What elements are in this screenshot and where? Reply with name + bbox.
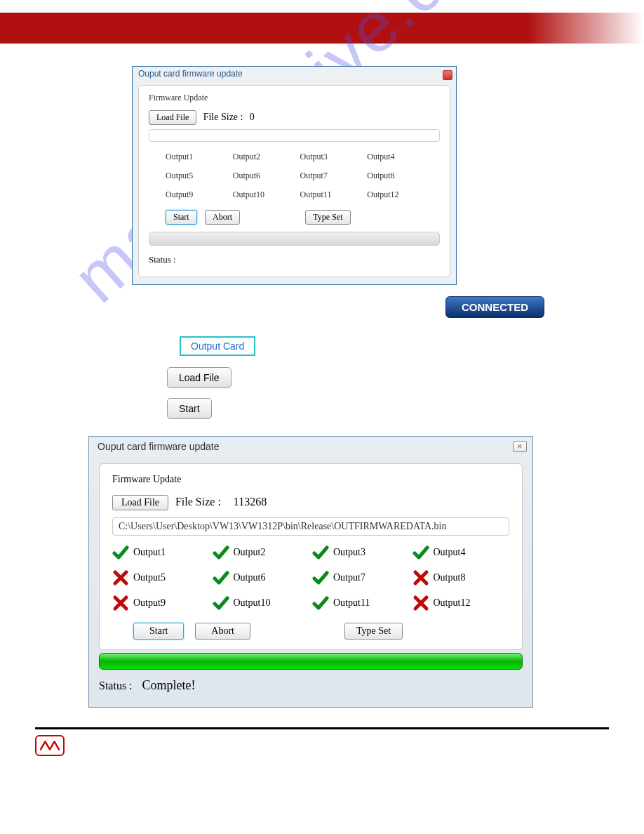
output-label: Output12 [367, 190, 434, 200]
output-label: Output4 [367, 152, 434, 162]
output-label: Output7 [333, 572, 365, 583]
load-file-button[interactable]: Load File [149, 110, 196, 125]
output-label: Output2 [233, 152, 300, 162]
output-cell: Output6 [213, 569, 310, 586]
dialog-output-firmware-2: Ouput card firmware update ✕ Firmware Up… [88, 436, 533, 708]
x-icon [112, 595, 129, 611]
x-icon [112, 569, 129, 586]
output-label: Output6 [233, 171, 300, 181]
check-icon [412, 544, 429, 561]
dialog-title: Ouput card firmware update [89, 437, 532, 456]
connected-badge: CONNECTED [445, 296, 544, 318]
output-label: Output2 [234, 547, 266, 558]
output-cell: Output1 [112, 544, 210, 561]
output-label: Output3 [300, 152, 368, 162]
brand-logo-icon [35, 735, 65, 756]
output-cell: Output9 [112, 595, 210, 611]
close-icon[interactable]: ✕ [513, 441, 527, 452]
status-value: Complete! [142, 678, 196, 692]
output-label: Output1 [133, 547, 166, 558]
output-cell: Output11 [312, 595, 410, 611]
output-label: Output4 [434, 547, 466, 558]
output-cell: Output7 [312, 569, 410, 586]
output-label: Output8 [434, 572, 466, 583]
close-icon[interactable] [443, 70, 452, 80]
progress-bar-full [99, 653, 523, 670]
output-label: Output1 [166, 152, 233, 162]
type-set-button[interactable]: Type Set [305, 210, 350, 225]
output-cell: Output3 [312, 544, 410, 561]
check-icon [213, 595, 229, 611]
output-grid: Output1Output2Output3Output4Output5Outpu… [112, 544, 509, 623]
load-file-button[interactable]: Load File [112, 495, 168, 510]
start-button-mid[interactable]: Start [167, 398, 212, 419]
output-cell: Output2 [213, 544, 310, 561]
dialog-title: Ouput card firmware update [133, 67, 456, 81]
check-icon [312, 544, 329, 561]
output-label: Output8 [367, 171, 434, 181]
progress-bar [149, 232, 440, 246]
output-label: Output10 [233, 190, 300, 200]
group-firmware-update: Firmware Update [149, 93, 440, 103]
file-size-label: File Size : [203, 112, 243, 122]
dialog-output-firmware-1: Ouput card firmware update Firmware Upda… [132, 66, 457, 285]
start-button[interactable]: Start [133, 623, 184, 640]
file-size-label: File Size : [175, 496, 221, 508]
output-cell: Output5 [112, 569, 210, 586]
status-label: Status : [149, 250, 440, 268]
status-label: Status : [99, 680, 133, 691]
output-card-button[interactable]: Output Card [180, 336, 255, 356]
output-cell: Output10 [213, 595, 310, 611]
output-label: Output6 [234, 572, 266, 583]
output-label: Output7 [300, 171, 368, 181]
check-icon [213, 544, 229, 561]
output-label: Output5 [166, 171, 233, 181]
output-label: Output9 [133, 597, 166, 609]
output-label: Output10 [234, 597, 271, 609]
output-cell: Output8 [412, 569, 510, 586]
file-size-value: 0 [250, 112, 255, 122]
output-label: Output9 [166, 190, 233, 200]
group-firmware-update: Firmware Update [112, 474, 509, 485]
output-cell: Output4 [412, 544, 510, 561]
abort-button[interactable]: Abort [205, 210, 240, 225]
output-grid: Output1 Output2 Output3 Output4 Output5 … [149, 149, 440, 210]
type-set-button[interactable]: Type Set [344, 623, 403, 640]
output-cell: Output12 [412, 595, 510, 611]
file-path-box [149, 129, 440, 142]
output-label: Output3 [333, 547, 365, 558]
file-path-box: C:\Users\User\Desktop\VW13\VW1312P\bin\R… [112, 517, 509, 536]
x-icon [412, 595, 429, 611]
check-icon [312, 569, 329, 586]
check-icon [112, 544, 129, 561]
file-size-value: 113268 [234, 496, 267, 508]
check-icon [213, 569, 229, 586]
load-file-button-mid[interactable]: Load File [167, 367, 232, 388]
check-icon [312, 595, 329, 611]
output-label: Output11 [333, 597, 370, 609]
header-bar [0, 13, 644, 44]
abort-button[interactable]: Abort [195, 623, 250, 640]
output-label: Output11 [300, 190, 368, 200]
x-icon [412, 569, 429, 586]
output-label: Output5 [133, 572, 166, 583]
output-label: Output12 [434, 597, 471, 609]
start-button[interactable]: Start [166, 210, 197, 225]
